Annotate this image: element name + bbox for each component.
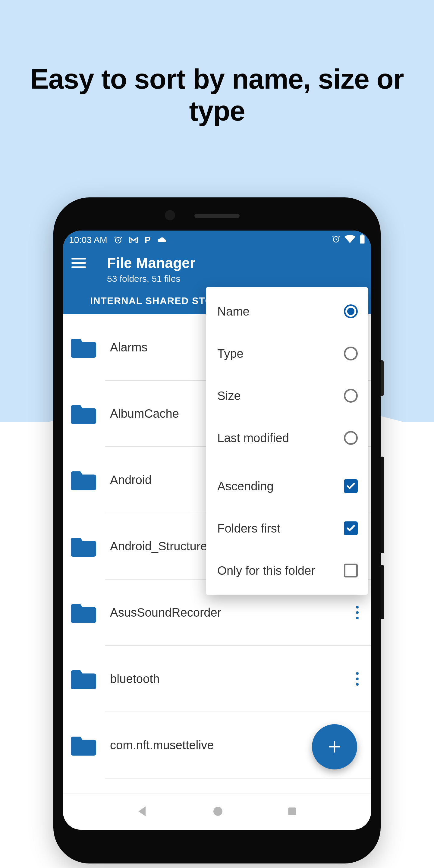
alarm-icon (114, 236, 122, 244)
folder-icon (71, 403, 96, 424)
cloud-icon (157, 237, 167, 243)
list-item[interactable]: bluetooth (63, 646, 371, 712)
folder-name: bluetooth (110, 672, 352, 686)
sort-option-label: Size (217, 389, 344, 403)
folder-icon (71, 337, 96, 358)
sort-option-last-modified[interactable]: Last modified (206, 417, 368, 459)
sort-option-label: Name (217, 305, 344, 318)
sort-toggle-ascending[interactable]: Ascending (206, 465, 368, 507)
wifi-icon (344, 235, 355, 245)
checkbox-icon[interactable] (344, 564, 358, 578)
checkbox-icon[interactable] (344, 479, 358, 493)
alarm-icon-right (332, 235, 340, 245)
radio-icon[interactable] (344, 389, 358, 403)
sort-option-name[interactable]: Name (206, 290, 368, 333)
sort-option-type[interactable]: Type (206, 333, 368, 375)
sort-option-label: Last modified (217, 431, 344, 445)
folder-icon (71, 469, 96, 490)
svg-rect-2 (360, 236, 365, 244)
sort-menu: Name Type Size Last modified Ascending (206, 287, 368, 595)
radio-icon[interactable] (344, 347, 358, 361)
sort-option-label: Type (217, 347, 344, 361)
device-frame: 10:03 AM P (53, 197, 381, 864)
radio-icon[interactable] (344, 431, 358, 445)
back-icon[interactable] (136, 805, 150, 819)
folder-icon (71, 602, 96, 623)
gmail-icon (129, 237, 138, 243)
sort-option-size[interactable]: Size (206, 375, 368, 417)
add-button[interactable] (312, 724, 357, 770)
folder-icon (71, 668, 96, 689)
system-nav-bar (63, 794, 371, 830)
menu-icon[interactable] (71, 257, 87, 269)
more-icon[interactable] (352, 603, 363, 621)
radio-icon[interactable] (344, 304, 358, 318)
sort-toggle-label: Folders first (217, 522, 344, 535)
folder-icon (71, 735, 96, 755)
promo-headline: Easy to sort by name, size or type (0, 63, 434, 127)
app-subtitle: 53 folders, 51 files (107, 274, 365, 284)
svg-point-4 (213, 807, 222, 816)
sort-toggle-folders-first[interactable]: Folders first (206, 507, 368, 550)
svg-rect-5 (288, 807, 296, 815)
more-icon[interactable] (352, 670, 363, 688)
recents-icon[interactable] (286, 806, 298, 818)
sort-toggle-only-this-folder[interactable]: Only for this folder (206, 550, 368, 592)
app-title: File Manager (107, 255, 195, 271)
folder-icon (71, 535, 96, 557)
folder-name: AsusSoundRecorder (110, 606, 352, 619)
status-time: 10:03 AM (69, 235, 107, 245)
svg-rect-3 (361, 235, 363, 236)
battery-icon (360, 235, 365, 246)
status-bar: 10:03 AM P (63, 230, 371, 249)
sort-toggle-label: Only for this folder (217, 564, 344, 578)
sort-toggle-label: Ascending (217, 479, 344, 493)
checkbox-icon[interactable] (344, 521, 358, 535)
screen: 10:03 AM P (63, 230, 371, 830)
home-icon[interactable] (212, 805, 224, 818)
p-icon: P (145, 235, 151, 245)
